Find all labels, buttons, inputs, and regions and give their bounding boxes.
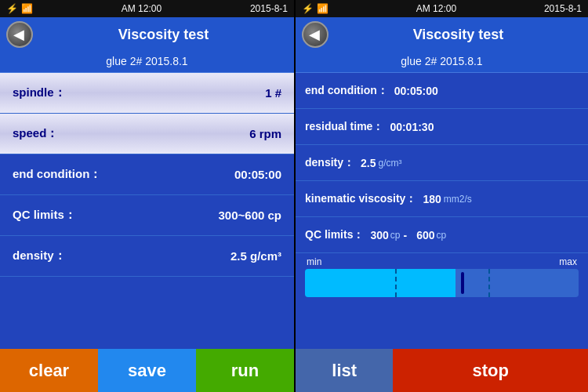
- gauge-marker: [461, 272, 464, 294]
- gauge-bar: [305, 269, 579, 297]
- left-spindle-label: spindle：: [13, 85, 66, 100]
- left-row-end-condition: end condition： 00:05:00: [0, 154, 294, 195]
- left-density-value: 2.5 g/cm³: [230, 249, 281, 263]
- left-content: spindle： 1 # speed： 6 rpm end condition：…: [0, 73, 294, 349]
- right-kinematic-unit: mm2/s: [444, 194, 472, 205]
- right-status-icons: ⚡ 📶: [302, 3, 328, 14]
- right-qc-label: QC limits：: [305, 228, 364, 242]
- left-subtitle: glue 2# 2015.8.1: [0, 52, 294, 73]
- gauge-min-label: min: [307, 256, 321, 267]
- run-button[interactable]: run: [196, 349, 294, 392]
- right-qc-unit2: cp: [437, 230, 447, 241]
- left-row-qc-limits: QC limits： 300~600 cp: [0, 195, 294, 236]
- left-status-icons: ⚡ 📶: [6, 3, 33, 14]
- right-sim-icon: 📶: [317, 3, 328, 14]
- left-date: 2015-8-1: [250, 3, 288, 14]
- right-residual-time-label: residual time：: [305, 120, 383, 134]
- gauge-container: min max: [296, 253, 588, 349]
- right-time: AM 12:00: [416, 3, 456, 14]
- right-subtitle: glue 2# 2015.8.1: [296, 52, 588, 73]
- save-button[interactable]: save: [98, 349, 196, 392]
- right-row-kinematic-viscosity: kinematic viscosity： 180 mm2/s: [296, 181, 588, 217]
- left-header: ◀ Viscosity test: [0, 17, 294, 52]
- gauge-bg-right: [456, 269, 579, 297]
- right-row-end-condition: end condition： 00:05:00: [296, 73, 588, 109]
- right-density-unit: g/cm³: [378, 158, 401, 169]
- left-row-speed: speed： 6 rpm: [0, 114, 294, 154]
- right-status-bar: ⚡ 📶 AM 12:00 2015-8-1: [296, 0, 588, 17]
- left-qc-limits-label: QC limits：: [13, 208, 76, 223]
- left-time: AM 12:00: [122, 3, 162, 14]
- right-end-condition-label: end condition：: [305, 84, 388, 98]
- left-status-bar: ⚡ 📶 AM 12:00 2015-8-1: [0, 0, 294, 17]
- right-qc-max: 600: [416, 229, 434, 241]
- right-row-qc-limits: QC limits： 300 cp - 600 cp: [296, 217, 588, 253]
- left-panel: ⚡ 📶 AM 12:00 2015-8-1 ◀ Viscosity test g…: [0, 0, 294, 392]
- right-usb-icon: ⚡: [302, 3, 314, 14]
- stop-button[interactable]: stop: [393, 349, 588, 392]
- right-density-value: 2.5: [361, 157, 376, 169]
- left-back-arrow-icon: ◀: [13, 27, 24, 42]
- right-end-condition-value: 00:05:00: [394, 85, 438, 97]
- right-title: Viscosity test: [335, 27, 582, 43]
- gauge-max-label: max: [559, 256, 577, 267]
- right-content: end condition： 00:05:00 residual time： 0…: [296, 73, 588, 349]
- left-density-label: density：: [13, 249, 66, 263]
- right-qc-unit1: cp: [390, 230, 401, 241]
- right-back-arrow-icon: ◀: [309, 27, 320, 42]
- left-end-condition-label: end condition：: [13, 167, 101, 182]
- right-row-residual-time: residual time： 00:01:30: [296, 109, 588, 145]
- right-qc-separator: -: [404, 229, 408, 241]
- gauge-dashed-left: [395, 269, 397, 297]
- sim-icon: 📶: [21, 3, 33, 14]
- right-header: ◀ Viscosity test: [296, 17, 588, 52]
- left-speed-label: speed：: [13, 126, 58, 141]
- left-end-condition-value: 00:05:00: [234, 168, 281, 181]
- left-title: Viscosity test: [39, 27, 288, 43]
- gauge-bg-left: [305, 269, 456, 297]
- list-button[interactable]: list: [296, 349, 393, 392]
- left-qc-limits-value: 300~600 cp: [219, 209, 282, 222]
- right-residual-time-value: 00:01:30: [390, 121, 434, 133]
- right-back-button[interactable]: ◀: [302, 21, 328, 48]
- left-row-spindle: spindle： 1 #: [0, 73, 294, 114]
- right-kinematic-label: kinematic viscosity：: [305, 192, 416, 206]
- left-speed-value: 6 rpm: [249, 127, 281, 140]
- right-row-density: density： 2.5 g/cm³: [296, 145, 588, 181]
- usb-icon: ⚡: [6, 3, 18, 14]
- gauge-labels: min max: [305, 256, 579, 267]
- left-back-button[interactable]: ◀: [6, 21, 33, 48]
- right-kinematic-value: 180: [423, 193, 441, 205]
- left-row-density: density： 2.5 g/cm³: [0, 236, 294, 277]
- gauge-dashed-right: [488, 269, 490, 297]
- clear-button[interactable]: clear: [0, 349, 98, 392]
- right-density-label: density：: [305, 156, 354, 170]
- right-footer: list stop: [296, 349, 588, 392]
- right-date: 2015-8-1: [544, 3, 582, 14]
- left-footer: clear save run: [0, 349, 294, 392]
- right-qc-min: 300: [370, 229, 388, 241]
- left-spindle-value: 1 #: [265, 86, 281, 100]
- right-panel: ⚡ 📶 AM 12:00 2015-8-1 ◀ Viscosity test g…: [294, 0, 588, 392]
